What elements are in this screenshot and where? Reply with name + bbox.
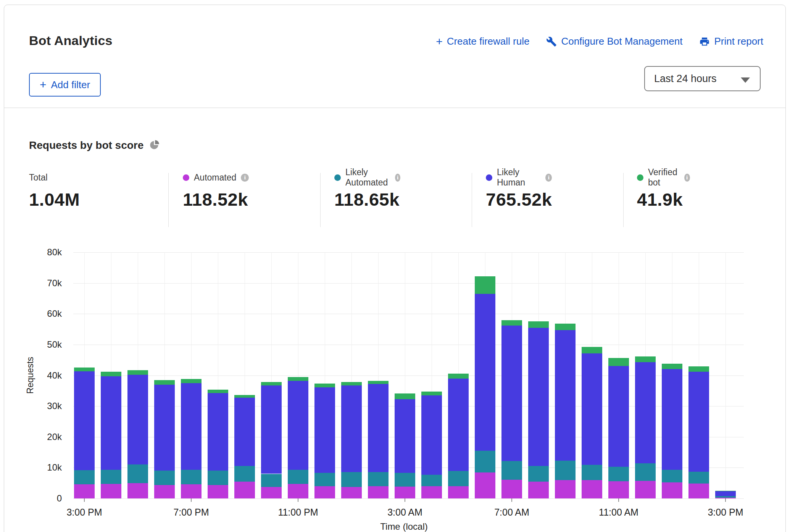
bar-8-00-am-verified-bot[interactable] [528, 321, 549, 328]
bar-2-00-am-likely-human[interactable] [368, 384, 389, 472]
bar-8-00-pm-automated[interactable] [208, 485, 228, 498]
bar-10-00-am-likely-automated[interactable] [582, 465, 602, 480]
bar-9-00-pm-automated[interactable] [234, 482, 255, 498]
bar-12-00-pm-automated[interactable] [635, 481, 656, 498]
bar-2-00-pm-likely-automated[interactable] [688, 472, 709, 484]
bar-4-00-pm-likely-human[interactable] [101, 376, 121, 470]
bar-5-00-am-automated[interactable] [448, 486, 469, 498]
bar-3-00-pm-likely-human[interactable] [715, 491, 736, 497]
bar-5-00-am-likely-human[interactable] [448, 379, 469, 471]
bar-11-00-pm-verified-bot[interactable] [288, 377, 308, 381]
bar-11-00-am-verified-bot[interactable] [608, 358, 629, 366]
bar-11-00-pm-likely-human[interactable] [288, 381, 308, 470]
bar-7-00-pm-likely-automated[interactable] [181, 470, 202, 484]
bar-9-00-pm-likely-automated[interactable] [234, 466, 255, 482]
bar-11-00-am-likely-human[interactable] [608, 366, 629, 467]
bar-1-00-pm-likely-human[interactable] [662, 369, 682, 470]
bar-7-00-pm-automated[interactable] [181, 484, 202, 498]
bar-3-00-pm-automated[interactable] [74, 484, 95, 498]
bar-2-00-pm-verified-bot[interactable] [688, 366, 709, 372]
bar-5-00-pm-automated[interactable] [127, 483, 148, 498]
bar-1-00-am-likely-human[interactable] [341, 385, 362, 472]
bar-3-00-pm-verified-bot[interactable] [715, 491, 736, 491]
bar-9-00-pm-verified-bot[interactable] [234, 395, 255, 398]
bar-3-00-pm-likely-human[interactable] [74, 371, 95, 470]
bar-11-00-am-likely-automated[interactable] [608, 467, 629, 481]
bar-6-00-am-likely-human[interactable] [475, 294, 495, 451]
bar-5-00-pm-verified-bot[interactable] [127, 370, 148, 375]
bar-1-00-pm-likely-automated[interactable] [662, 470, 682, 482]
bar-3-00-pm-likely-automated[interactable] [715, 496, 736, 497]
bar-7-00-am-likely-automated[interactable] [501, 461, 522, 480]
bar-10-00-pm-likely-human[interactable] [261, 385, 282, 474]
bar-2-00-am-verified-bot[interactable] [368, 381, 389, 384]
bar-5-00-am-verified-bot[interactable] [448, 374, 469, 378]
bar-10-00-am-verified-bot[interactable] [582, 347, 602, 353]
bar-12-00-am-verified-bot[interactable] [314, 384, 335, 387]
bar-5-00-pm-likely-human[interactable] [127, 375, 148, 464]
bar-12-00-am-automated[interactable] [314, 486, 335, 498]
bar-4-00-pm-likely-automated[interactable] [101, 470, 121, 484]
bar-7-00-am-likely-human[interactable] [501, 326, 522, 461]
bar-10-00-pm-automated[interactable] [261, 487, 282, 498]
bar-11-00-pm-automated[interactable] [288, 484, 308, 498]
bar-12-00-am-likely-automated[interactable] [314, 473, 335, 486]
bar-3-00-am-automated[interactable] [395, 487, 415, 498]
bar-4-00-am-automated[interactable] [421, 486, 442, 498]
bar-4-00-am-verified-bot[interactable] [421, 392, 442, 395]
bar-9-00-am-likely-automated[interactable] [555, 461, 576, 480]
bar-2-00-am-likely-automated[interactable] [368, 472, 389, 486]
bar-6-00-pm-likely-human[interactable] [154, 385, 175, 471]
bar-2-00-pm-likely-human[interactable] [688, 372, 709, 472]
bar-6-00-pm-automated[interactable] [154, 485, 175, 498]
bar-2-00-am-automated[interactable] [368, 486, 389, 498]
bar-4-00-am-likely-human[interactable] [421, 395, 442, 475]
bar-1-00-pm-automated[interactable] [662, 482, 682, 498]
bar-1-00-am-verified-bot[interactable] [341, 382, 362, 385]
bar-12-00-pm-likely-human[interactable] [635, 362, 656, 463]
bar-6-00-pm-verified-bot[interactable] [154, 380, 175, 384]
bar-9-00-am-likely-human[interactable] [555, 330, 576, 461]
bar-3-00-pm-verified-bot[interactable] [74, 368, 95, 371]
bar-6-00-am-automated[interactable] [475, 472, 495, 498]
bar-8-00-am-automated[interactable] [528, 482, 549, 498]
bar-12-00-am-likely-human[interactable] [314, 387, 335, 473]
bar-7-00-am-automated[interactable] [501, 480, 522, 498]
bar-12-00-pm-verified-bot[interactable] [635, 356, 656, 362]
bar-1-00-am-automated[interactable] [341, 487, 362, 498]
bar-5-00-am-likely-automated[interactable] [448, 471, 469, 486]
bar-3-00-am-likely-automated[interactable] [395, 473, 415, 486]
bar-7-00-pm-verified-bot[interactable] [181, 379, 202, 383]
bar-6-00-am-verified-bot[interactable] [475, 276, 495, 294]
bar-10-00-am-automated[interactable] [582, 480, 602, 498]
x-axis-tick-label: 7:00 AM [494, 507, 529, 518]
bar-8-00-pm-verified-bot[interactable] [208, 390, 228, 393]
bar-10-00-am-likely-human[interactable] [582, 353, 602, 465]
bar-8-00-pm-likely-human[interactable] [208, 393, 228, 470]
bar-11-00-am-automated[interactable] [608, 481, 629, 498]
bar-9-00-pm-likely-human[interactable] [234, 398, 255, 466]
bar-8-00-pm-likely-automated[interactable] [208, 471, 228, 485]
bar-3-00-am-likely-human[interactable] [395, 399, 415, 473]
bar-5-00-pm-likely-automated[interactable] [127, 464, 148, 483]
bar-3-00-am-verified-bot[interactable] [395, 393, 415, 399]
bar-1-00-am-likely-automated[interactable] [341, 472, 362, 487]
bar-3-00-pm-likely-automated[interactable] [74, 470, 95, 484]
bar-4-00-am-likely-automated[interactable] [421, 475, 442, 486]
bar-11-00-pm-likely-automated[interactable] [288, 470, 308, 484]
bar-7-00-am-verified-bot[interactable] [501, 320, 522, 326]
bar-9-00-am-automated[interactable] [555, 480, 576, 498]
bar-10-00-pm-verified-bot[interactable] [261, 382, 282, 385]
bar-4-00-pm-verified-bot[interactable] [101, 372, 121, 376]
bar-8-00-am-likely-automated[interactable] [528, 466, 549, 482]
bar-4-00-pm-automated[interactable] [101, 484, 121, 498]
bar-1-00-pm-verified-bot[interactable] [662, 364, 682, 369]
bar-2-00-pm-automated[interactable] [688, 484, 709, 498]
bar-10-00-pm-likely-automated[interactable] [261, 474, 282, 487]
bar-6-00-am-likely-automated[interactable] [475, 451, 495, 472]
bar-6-00-pm-likely-automated[interactable] [154, 471, 175, 485]
bar-12-00-pm-likely-automated[interactable] [635, 463, 656, 481]
bar-8-00-am-likely-human[interactable] [528, 328, 549, 466]
bar-7-00-pm-likely-human[interactable] [181, 383, 202, 470]
bar-9-00-am-verified-bot[interactable] [555, 324, 576, 330]
